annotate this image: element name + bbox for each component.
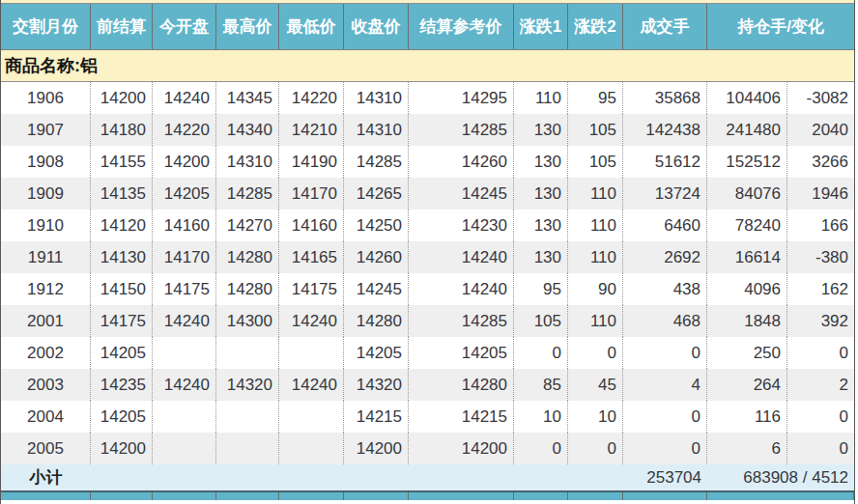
cell-delivery-month: 1908 — [1, 146, 91, 178]
header-volume: 成交手 — [623, 4, 707, 49]
cell-volume: 51612 — [623, 146, 707, 178]
cell-open-interest: 104406 — [707, 82, 787, 114]
cell-volume: 468 — [623, 305, 707, 337]
cell-change1: 130 — [514, 210, 568, 241]
cell-open-interest: 6 — [707, 433, 787, 464]
cell-change1: 0 — [514, 433, 568, 464]
cell-high: 14270 — [216, 210, 279, 241]
cell-prev-settle: 14180 — [91, 114, 153, 146]
cell-open-interest: 250 — [707, 337, 787, 369]
cell-settle-reference: 14245 — [409, 178, 514, 210]
table-row[interactable]: 1910 14120 14160 14270 14160 14250 14230… — [1, 210, 854, 241]
cell-volume: 6460 — [623, 210, 707, 241]
cell-oi-change: 0 — [787, 401, 854, 433]
table-row[interactable]: 1912 14150 14175 14280 14175 14245 14240… — [1, 273, 854, 305]
table-row[interactable]: 2005 14200 14200 14200 0 0 0 6 0 — [1, 433, 854, 464]
cell-close: 14265 — [344, 178, 409, 210]
cell-change2: 45 — [568, 369, 623, 401]
cell-prev-settle: 14175 — [91, 305, 153, 337]
cell-delivery-month: 2003 — [1, 369, 91, 401]
cell-low — [279, 337, 344, 369]
cell-settle-reference: 14230 — [409, 210, 514, 241]
cell-open-interest: 4096 — [707, 273, 787, 305]
cell-open — [153, 401, 216, 433]
next-header-cell — [344, 492, 409, 500]
next-header-cell — [216, 492, 279, 500]
cell-low: 14170 — [279, 178, 344, 210]
cell-low: 14165 — [279, 241, 344, 273]
table-row[interactable]: 1907 14180 14220 14340 14210 14310 14285… — [1, 114, 854, 146]
cell-high — [216, 401, 279, 433]
cell-oi-change: 392 — [787, 305, 854, 337]
cell-change2: 110 — [568, 178, 623, 210]
cell-volume: 4 — [623, 369, 707, 401]
cell-change1: 110 — [514, 82, 568, 114]
cell-settle-reference: 14205 — [409, 337, 514, 369]
cell-prev-settle: 14200 — [91, 433, 153, 464]
cell-high: 14340 — [216, 114, 279, 146]
next-header-cell — [707, 492, 854, 500]
cell-change1: 10 — [514, 401, 568, 433]
cell-close: 14285 — [344, 146, 409, 178]
cell-low: 14240 — [279, 369, 344, 401]
cell-change1: 85 — [514, 369, 568, 401]
cell-change2: 105 — [568, 114, 623, 146]
cell-settle-reference: 14295 — [409, 82, 514, 114]
cell-oi-change: -380 — [787, 241, 854, 273]
cell-oi-change: 166 — [787, 210, 854, 241]
cell-volume: 142438 — [623, 114, 707, 146]
cell-high: 14320 — [216, 369, 279, 401]
subtotal-label: 小计 — [1, 466, 91, 489]
cell-close: 14250 — [344, 210, 409, 241]
cell-open-interest: 264 — [707, 369, 787, 401]
cell-change1: 130 — [514, 241, 568, 273]
cell-close: 14205 — [344, 337, 409, 369]
cell-delivery-month: 2001 — [1, 305, 91, 337]
cell-oi-change: 1946 — [787, 178, 854, 210]
cell-settle-reference: 14200 — [409, 433, 514, 464]
table-row[interactable]: 1906 14200 14240 14345 14220 14310 14295… — [1, 82, 854, 114]
cell-high: 14310 — [216, 146, 279, 178]
cell-change2: 105 — [568, 146, 623, 178]
cell-high: 14285 — [216, 178, 279, 210]
cell-delivery-month: 1912 — [1, 273, 91, 305]
cell-oi-change: 2040 — [787, 114, 854, 146]
next-header-cell — [514, 492, 568, 500]
cell-change2: 95 — [568, 82, 623, 114]
cell-volume: 13724 — [623, 178, 707, 210]
cell-delivery-month: 2005 — [1, 433, 91, 464]
cell-close: 14245 — [344, 273, 409, 305]
table-row[interactable]: 2002 14205 14205 14205 0 0 0 250 0 — [1, 337, 854, 369]
header-open-interest-change: 持仓手/变化 — [707, 4, 854, 49]
table-row[interactable]: 1911 14130 14170 14280 14165 14260 14240… — [1, 241, 854, 273]
cell-delivery-month: 2004 — [1, 401, 91, 433]
cell-oi-change: 162 — [787, 273, 854, 305]
table-row[interactable]: 1908 14155 14200 14310 14190 14285 14260… — [1, 146, 854, 178]
cell-close: 14320 — [344, 369, 409, 401]
cell-low: 14160 — [279, 210, 344, 241]
cell-volume: 438 — [623, 273, 707, 305]
cell-change2: 90 — [568, 273, 623, 305]
cell-delivery-month: 1906 — [1, 82, 91, 114]
table-row[interactable]: 2004 14205 14215 14215 10 10 0 116 0 — [1, 401, 854, 433]
next-header-cell — [279, 492, 344, 500]
subtotal-row: 小计 253704 683908 / 4512 — [1, 464, 854, 490]
table-body: 1906 14200 14240 14345 14220 14310 14295… — [1, 82, 854, 464]
cell-open: 14240 — [153, 305, 216, 337]
next-header-cell — [623, 492, 707, 500]
table-row[interactable]: 1909 14135 14205 14285 14170 14265 14245… — [1, 178, 854, 210]
cell-prev-settle: 14130 — [91, 241, 153, 273]
table-row[interactable]: 2003 14235 14240 14320 14240 14320 14280… — [1, 369, 854, 401]
cell-settle-reference: 14260 — [409, 146, 514, 178]
cell-settle-reference: 14280 — [409, 369, 514, 401]
next-header-cell — [568, 492, 623, 500]
cell-change1: 130 — [514, 146, 568, 178]
next-header-cell — [91, 492, 153, 500]
table-row[interactable]: 2001 14175 14240 14300 14240 14280 14285… — [1, 305, 854, 337]
cell-open — [153, 337, 216, 369]
header-delivery-month: 交割月份 — [1, 4, 91, 49]
commodity-section-band: 商品名称:铝 — [1, 50, 854, 82]
cell-high: 14280 — [216, 273, 279, 305]
table-header-row: 交割月份 前结算 今开盘 最高价 最低价 收盘价 结算参考价 涨跌1 涨跌2 成… — [1, 4, 854, 50]
cell-oi-change: 2 — [787, 369, 854, 401]
